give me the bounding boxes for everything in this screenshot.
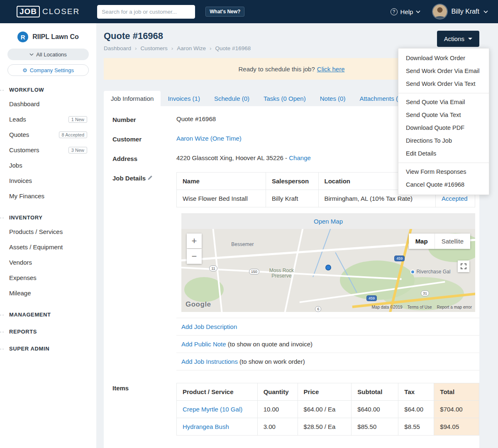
chevron-down-icon — [29, 53, 34, 56]
job-salesperson-cell: Billy Kraft — [266, 190, 318, 207]
add-public-note-link[interactable]: Add Public Note — [181, 341, 226, 348]
route-shield-6: 6 — [315, 306, 321, 312]
customer-label: Customer — [112, 135, 176, 143]
map-type-map-button[interactable]: Map — [409, 234, 435, 249]
map-data-credit: Map data ©2019 — [372, 305, 403, 309]
section-header-super-admin[interactable]: SUPER ADMIN — [0, 346, 96, 352]
add-job-description-link[interactable]: Add Job Description — [181, 323, 237, 330]
menu-item-send-quote-text[interactable]: Send Quote Via Text — [398, 109, 489, 122]
help-menu[interactable]: ? Help — [391, 8, 421, 15]
address-value: 4220 Glasscott Xing, Hoover AL 35226 - — [176, 154, 287, 161]
open-map-link[interactable]: Open Map — [314, 218, 343, 225]
fullscreen-button[interactable] — [458, 261, 469, 272]
section-header-inventory: INVENTORY — [0, 214, 96, 221]
sidebar-item-quotes[interactable]: Quotes8 Accepted — [0, 127, 96, 142]
page-title: Quote #16968 — [104, 31, 251, 41]
app-logo[interactable]: JOB CLOSER — [17, 6, 80, 17]
pencil-edit-icon[interactable] — [147, 175, 153, 180]
nav-label: Quotes — [9, 131, 29, 138]
help-icon: ? — [391, 8, 398, 15]
number-label: Number — [112, 115, 176, 123]
item-product-link[interactable]: Hydrangea Bush — [183, 423, 229, 430]
actions-button[interactable]: Actions — [437, 31, 479, 47]
menu-item-send-work-order-text[interactable]: Send Work Order Via Text — [398, 78, 489, 90]
sidebar-item-customers[interactable]: Customers3 New — [0, 142, 96, 158]
section-header-workflow: WORKFLOW — [0, 87, 96, 93]
tab-job-information[interactable]: Job Information — [104, 91, 161, 106]
route-shield-150: 150 — [249, 269, 259, 275]
menu-item-download-work-order[interactable]: Download Work Order — [398, 52, 489, 65]
map-type-toggle: Map Satellite — [409, 234, 470, 249]
zoom-in-button[interactable]: + — [187, 234, 202, 248]
address-change-link[interactable]: Change — [289, 154, 311, 161]
sidebar-item-vendors[interactable]: Vendors — [0, 255, 96, 270]
customer-link[interactable]: Aaron Wize — [176, 135, 209, 142]
item-product-link[interactable]: Crepe Myrtle (10 Gal) — [183, 406, 242, 413]
map-type-satellite-button[interactable]: Satellite — [435, 234, 470, 249]
tab-invoices[interactable]: Invoices (1) — [161, 91, 207, 106]
search-input[interactable] — [97, 5, 195, 19]
menu-item-send-quote-email[interactable]: Send Quote Via Email — [398, 96, 489, 109]
topbar: JOB CLOSER What's New? ? Help Billy Kraf… — [0, 0, 498, 23]
nav-label: Products / Services — [9, 228, 63, 235]
menu-item-send-work-order-email[interactable]: Send Work Order Via Email — [398, 65, 489, 78]
sidebar-item-dashboard[interactable]: Dashboard — [0, 96, 96, 112]
menu-divider — [398, 93, 489, 93]
sidebar-item-mileage[interactable]: Mileage — [0, 285, 96, 301]
sidebar-item-my-finances[interactable]: My Finances — [0, 188, 96, 204]
section-header-management[interactable]: MANAGEMENT — [0, 312, 96, 318]
sidebar-item-invoices[interactable]: Invoices — [0, 173, 96, 188]
items-col-price: Price — [298, 383, 352, 401]
section-header-reports[interactable]: REPORTS — [0, 329, 96, 335]
fullscreen-icon — [461, 263, 466, 269]
job-details-text: Job Details — [112, 175, 146, 182]
route-shield-459: 459 — [366, 295, 377, 301]
banner-click-here-link[interactable]: Click here — [317, 66, 345, 73]
item-subtotal: $85.50 — [352, 418, 398, 436]
add-public-note-suffix: (to show on quote and invoice) — [228, 341, 312, 348]
location-selector[interactable]: All Locations — [7, 49, 89, 60]
breadcrumb-customer-name[interactable]: Aaron Wize — [177, 45, 206, 51]
breadcrumb-dashboard[interactable]: Dashboard — [104, 45, 131, 51]
customer-type-link[interactable]: (One Time) — [210, 135, 242, 142]
report-map-error-link[interactable]: Report a map error — [437, 305, 472, 309]
user-name: Billy Kraft — [451, 8, 479, 15]
add-job-instructions-link[interactable]: Add Job Instructions — [181, 358, 238, 365]
tab-schedule[interactable]: Schedule (0) — [207, 91, 256, 106]
logo-closer-text: CLOSER — [42, 7, 80, 16]
menu-item-download-quote-pdf[interactable]: Download Quote PDF — [398, 122, 489, 134]
map-canvas[interactable]: Bessemer 11 150 Moss Rock Preserve 459 4… — [181, 229, 475, 312]
sidebar-item-assets-equipment[interactable]: Assets / Equipment — [0, 239, 96, 255]
breadcrumb-separator: › — [171, 45, 173, 51]
company-logo: R — [17, 32, 28, 42]
job-name-cell: Wise Flower Bed Install — [177, 190, 266, 207]
company-settings-button[interactable]: ⚙ Company Settings — [7, 64, 89, 76]
route-shield-31: 31 — [421, 290, 429, 296]
tab-notes[interactable]: Notes (0) — [313, 91, 353, 106]
sidebar-item-products-services[interactable]: Products / Services — [0, 224, 96, 239]
chevron-down-icon — [416, 10, 420, 13]
item-price: $28.50 / Ea — [298, 418, 352, 436]
sidebar-item-expenses[interactable]: Expenses — [0, 270, 96, 285]
breadcrumb-customers[interactable]: Customers — [141, 45, 168, 51]
tab-tasks[interactable]: Tasks (0 Open) — [256, 91, 313, 106]
item-total: $704.00 — [434, 401, 479, 418]
items-col-product: Product / Service — [177, 383, 258, 401]
job-col-salesperson: Salesperson — [266, 173, 318, 190]
google-logo: Google — [186, 300, 211, 309]
whats-new-button[interactable]: What's New? — [205, 7, 244, 17]
terms-of-use-link[interactable]: Terms of Use — [408, 305, 432, 309]
menu-item-view-form-responses[interactable]: View Form Responses — [398, 166, 489, 178]
user-menu[interactable]: Billy Kraft — [433, 5, 488, 19]
menu-item-directions-to-job[interactable]: Directions To Job — [398, 134, 489, 147]
zoom-out-button[interactable]: − — [187, 249, 202, 264]
company-name: RIIPL Lawn Co — [32, 33, 79, 41]
customers-badge: 3 New — [68, 147, 87, 153]
sidebar-item-leads[interactable]: Leads1 New — [0, 112, 96, 127]
sidebar-item-jobs[interactable]: Jobs — [0, 158, 96, 173]
item-tax: $8.55 — [398, 418, 434, 436]
menu-item-cancel-quote[interactable]: Cancel Quote #16968 — [398, 178, 489, 191]
map-label-moss-rock: Moss Rock Preserve — [266, 268, 296, 279]
menu-item-edit-details[interactable]: Edit Details — [398, 147, 489, 160]
breadcrumb-separator: › — [210, 45, 212, 51]
